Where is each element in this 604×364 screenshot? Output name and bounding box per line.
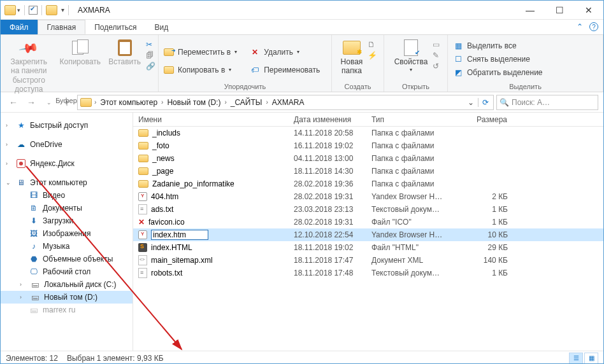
move-to-button[interactable]: ➜ Переместить в ▾ <box>161 46 240 58</box>
help-icon[interactable]: ? <box>589 22 598 31</box>
file-date: 18.11.2018 14:30 <box>289 167 366 176</box>
sidebar-item-d-drive[interactable]: ›🖴Новый том (D:) <box>1 291 133 304</box>
music-icon: ♪ <box>29 241 39 251</box>
column-name[interactable]: Имени <box>133 115 289 124</box>
breadcrumb-segment[interactable]: AXMARA <box>270 98 307 107</box>
file-row[interactable]: _foto16.11.2018 19:02Папка с файлами <box>133 139 603 152</box>
file-type: Папка с файлами <box>366 179 463 188</box>
sidebar-item-c-drive[interactable]: ›🖴Локальный диск (C:) <box>1 278 133 291</box>
file-row[interactable]: ads.txt23.03.2018 23:13Текстовый докум…1… <box>133 203 603 216</box>
expand-arrow-icon[interactable]: › <box>6 160 12 167</box>
qat-dropdown-icon[interactable]: ▾ <box>17 7 20 13</box>
up-button[interactable]: ↑ <box>59 95 75 110</box>
folder-icon <box>138 155 148 162</box>
tab-share[interactable]: Поделиться <box>85 20 145 34</box>
file-name: robots.txt <box>151 269 182 277</box>
breadcrumb[interactable]: › Этот компьютер › Новый том (D:) › _САЙ… <box>77 95 494 110</box>
file-row[interactable]: main_sitemap.xml18.11.2018 17:47Документ… <box>133 254 603 267</box>
pin-to-quick-access-button[interactable]: 📌 Закрепить на панели быстрого доступа <box>3 38 55 95</box>
rename-button[interactable]: 🏷 Переименовать <box>247 64 322 76</box>
breadcrumb-segment[interactable]: Этот компьютер <box>97 98 160 107</box>
sidebar-item-music[interactable]: ♪Музыка <box>1 240 133 253</box>
chevron-right-icon[interactable]: › <box>224 99 226 106</box>
file-row[interactable]: _news04.11.2018 13:00Папка с файлами <box>133 152 603 165</box>
paste-shortcut-icon[interactable]: 🔗 <box>146 62 155 71</box>
chevron-right-icon[interactable]: › <box>161 99 163 106</box>
copy-path-icon[interactable]: 🗐 <box>146 51 155 60</box>
sidebar-item-this-pc[interactable]: ⌄ 🖥 Этот компьютер <box>1 176 133 189</box>
file-row[interactable]: _page18.11.2018 14:30Папка с файлами <box>133 165 603 178</box>
column-size[interactable]: Размера <box>463 115 519 124</box>
file-row[interactable]: ✕favicon.ico28.02.2018 19:31Файл "ICO"1 … <box>133 216 603 228</box>
overflow-icon[interactable]: ▾ <box>61 6 64 13</box>
file-date: 18.11.2018 17:48 <box>289 269 366 277</box>
close-button[interactable]: ✕ <box>574 1 603 19</box>
sidebar-item-downloads[interactable]: ⬇Загрузки <box>1 214 133 227</box>
sidebar-item-extra[interactable]: 🖴marrex ru <box>1 304 133 316</box>
select-none-button[interactable]: ☐ Снять выделение <box>450 53 545 65</box>
sidebar-item-yandex-disk[interactable]: › Яндекс.Диск <box>1 157 133 170</box>
select-all-button[interactable]: ▦ Выделить все <box>450 40 545 52</box>
maximize-button[interactable]: ☐ <box>545 1 574 19</box>
file-row[interactable]: index.htm12.10.2018 22:54Yandex Browser … <box>133 228 603 241</box>
column-type[interactable]: Тип <box>366 115 463 124</box>
tab-view[interactable]: Вид <box>145 20 177 34</box>
delete-button[interactable]: ✕ Удалить ▾ <box>247 46 322 58</box>
expand-arrow-icon[interactable]: › <box>20 294 26 300</box>
invert-selection-button[interactable]: ◩ Обратить выделение <box>450 67 545 78</box>
tab-home[interactable]: Главная <box>38 20 86 34</box>
view-large-icons-button[interactable]: ▦ <box>584 353 598 364</box>
file-row[interactable]: index.HTML18.11.2018 19:02Файл "HTML"29 … <box>133 241 603 254</box>
chevron-right-icon[interactable]: › <box>94 99 96 106</box>
copy-to-button[interactable]: Копировать в ▾ <box>161 64 240 76</box>
file-row[interactable]: robots.txt18.11.2018 17:48Текстовый доку… <box>133 267 603 279</box>
file-row[interactable]: 404.htm28.02.2018 19:31Yandex Browser H…… <box>133 190 603 203</box>
open-icon[interactable]: ▭ <box>433 40 440 49</box>
chevron-right-icon[interactable]: › <box>266 99 268 106</box>
sidebar-item-onedrive[interactable]: › ☁ OneDrive <box>1 138 133 151</box>
copy-button[interactable]: Копировать <box>57 38 104 67</box>
folder-icon <box>138 167 148 175</box>
text-file-icon <box>138 268 147 278</box>
chevron-down-icon[interactable]: ⌄ <box>465 98 477 107</box>
properties-button[interactable]: ✔ Свойства ▾ <box>392 38 431 74</box>
expand-arrow-icon[interactable]: › <box>6 122 12 129</box>
file-date: 23.03.2018 23:13 <box>289 205 366 214</box>
expand-arrow-icon[interactable]: › <box>6 141 12 148</box>
breadcrumb-segment[interactable]: Новый том (D:) <box>164 98 223 107</box>
folder-icon[interactable] <box>4 5 16 15</box>
refresh-button[interactable]: ⟳ <box>478 98 492 107</box>
collapse-arrow-icon[interactable]: ⌄ <box>6 179 12 186</box>
recent-locations-button[interactable]: ⌄ <box>41 95 57 110</box>
file-row[interactable]: Zadanie_po_informatike28.02.2018 19:36Па… <box>133 178 603 190</box>
file-type: Yandex Browser H… <box>366 192 463 201</box>
sidebar-item-documents[interactable]: 🗎Документы <box>1 202 133 214</box>
easy-access-icon[interactable]: ⚡ <box>368 51 377 60</box>
history-icon[interactable]: ↺ <box>433 62 440 71</box>
minimize-button[interactable]: — <box>515 1 545 19</box>
cut-icon[interactable]: ✂ <box>146 40 155 49</box>
sidebar-item-quick-access[interactable]: › ★ Быстрый доступ <box>1 119 133 132</box>
properties-qat-icon[interactable] <box>29 6 38 15</box>
column-date[interactable]: Дата изменения <box>289 115 366 124</box>
new-item-icon[interactable]: 🗋 <box>368 40 377 49</box>
file-name: _includs <box>152 129 180 137</box>
view-details-button[interactable]: ☰ <box>569 353 583 364</box>
folder-icon[interactable] <box>46 5 57 15</box>
search-input[interactable]: 🔍 Поиск: A… <box>496 95 598 110</box>
paste-button[interactable]: Вставить <box>106 38 143 67</box>
sidebar-item-desktop[interactable]: 🖵Рабочий стол <box>1 265 133 278</box>
sidebar-item-video[interactable]: 🎞Видео <box>1 189 133 202</box>
file-row[interactable]: _includs14.11.2018 20:58Папка с файлами <box>133 127 603 139</box>
rename-input[interactable]: index.htm <box>151 230 208 240</box>
edit-icon[interactable]: ✎ <box>433 51 440 60</box>
tab-file[interactable]: Файл <box>1 20 38 34</box>
sidebar-item-pictures[interactable]: 🖼Изображения <box>1 227 133 240</box>
ribbon-collapse-icon[interactable]: ⌃ <box>577 22 583 31</box>
breadcrumb-segment[interactable]: _САЙТЫ <box>228 98 265 107</box>
forward-button[interactable]: → <box>24 95 39 110</box>
sidebar-item-3d-objects[interactable]: ⬣Объемные объекты <box>1 253 133 265</box>
new-folder-button[interactable]: Новая папка <box>338 38 366 77</box>
back-button[interactable]: ← <box>6 95 21 110</box>
expand-arrow-icon[interactable]: › <box>20 281 26 288</box>
